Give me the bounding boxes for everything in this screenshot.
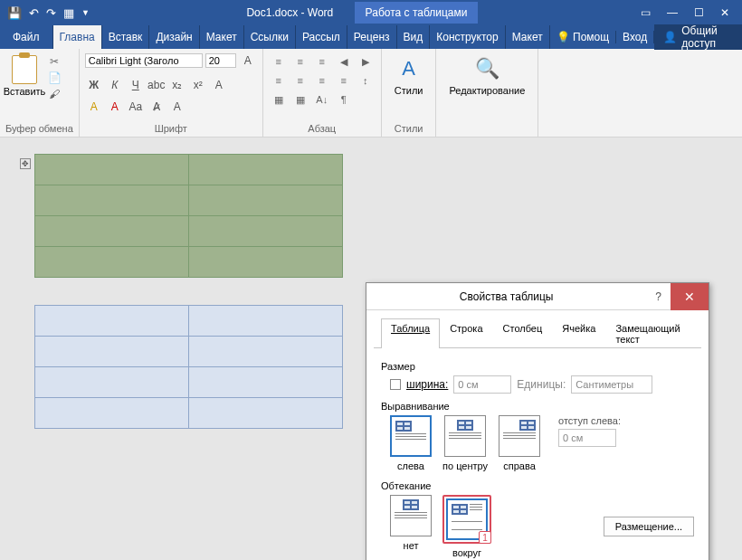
width-label: ширина: bbox=[406, 378, 448, 391]
group-clipboard: Вставить ✂ 📄 🖌 Буфер обмена bbox=[0, 49, 80, 137]
clear-format-icon[interactable]: A̷ bbox=[147, 98, 166, 116]
table-properties-dialog: Свойства таблицы ? ✕ Таблица Строка Стол… bbox=[366, 282, 709, 560]
share-button[interactable]: 👤Общий доступ bbox=[654, 24, 742, 50]
dlg-tab-row[interactable]: Строка bbox=[440, 318, 492, 348]
placement-button[interactable]: Размещение... bbox=[604, 517, 694, 536]
tab-insert[interactable]: Вставк bbox=[102, 25, 150, 49]
qat-icon[interactable]: ▦ bbox=[63, 6, 74, 20]
dlg-tab-alttext[interactable]: Замещающий текст bbox=[605, 318, 694, 348]
dlg-tab-column[interactable]: Столбец bbox=[493, 318, 553, 348]
dialog-title: Свойства таблицы bbox=[366, 290, 646, 303]
save-icon[interactable]: 💾 bbox=[7, 6, 22, 20]
line-spacing-icon[interactable]: ↕ bbox=[356, 72, 376, 89]
units-select[interactable]: Сантиметры bbox=[571, 375, 652, 394]
qat-dropdown-icon[interactable]: ▼ bbox=[81, 8, 90, 17]
dialog-help-icon[interactable]: ? bbox=[646, 290, 671, 303]
undo-icon[interactable]: ↶ bbox=[29, 6, 39, 20]
group-paragraph: ≡ ≡ ≡ ◀ ▶ ≡ ≡ ≡ ≡ ↕ ▦ ▦ A↓ ¶ bbox=[263, 49, 382, 137]
bulb-icon: 💡 bbox=[556, 31, 570, 43]
ribbon: Вставить ✂ 📄 🖌 Буфер обмена A Ж К Ч abc … bbox=[0, 49, 742, 138]
change-case-icon[interactable]: Aa bbox=[127, 98, 145, 116]
superscript-button[interactable]: x² bbox=[189, 76, 207, 94]
align-right-icon[interactable]: ≡ bbox=[312, 72, 332, 89]
highlight-marker-1: 1 bbox=[442, 495, 491, 544]
document-area: ✥ Свойства таблицы ? ✕ Таблица Строка Ст… bbox=[0, 138, 742, 560]
shrink-font-icon[interactable]: A bbox=[168, 98, 186, 116]
dlg-tab-cell[interactable]: Ячейка bbox=[552, 318, 605, 348]
copy-icon[interactable]: 📄 bbox=[47, 71, 62, 84]
increase-indent-icon[interactable]: ▶ bbox=[356, 53, 376, 70]
wrap-none-option[interactable] bbox=[390, 495, 432, 536]
tab-layout[interactable]: Макет bbox=[200, 25, 244, 49]
grow-font-icon[interactable]: A bbox=[239, 52, 257, 70]
align-center-icon[interactable]: ≡ bbox=[290, 72, 310, 89]
close-icon[interactable]: ✕ bbox=[720, 6, 729, 19]
align-center-option[interactable] bbox=[444, 415, 486, 457]
sort-icon[interactable]: A↓ bbox=[312, 91, 332, 108]
text-effects-icon[interactable]: A bbox=[210, 76, 228, 94]
tab-references[interactable]: Ссылки bbox=[244, 25, 296, 49]
table-move-handle[interactable]: ✥ bbox=[20, 158, 31, 169]
width-checkbox[interactable] bbox=[390, 379, 401, 390]
redo-icon[interactable]: ↷ bbox=[46, 6, 56, 20]
tab-file[interactable]: Файл bbox=[0, 25, 53, 49]
bullets-icon[interactable]: ≡ bbox=[269, 53, 289, 70]
width-spinner[interactable]: 0 см bbox=[453, 375, 511, 394]
dlg-tab-table[interactable]: Таблица bbox=[381, 318, 440, 348]
bold-button[interactable]: Ж bbox=[85, 76, 103, 94]
minimize-icon[interactable]: — bbox=[667, 6, 678, 19]
badge-1: 1 bbox=[479, 531, 491, 544]
tab-design[interactable]: Дизайн bbox=[149, 25, 199, 49]
window-controls: ▭ — ☐ ✕ bbox=[628, 6, 742, 19]
table-green[interactable] bbox=[34, 154, 343, 278]
context-tab-header: Работа с таблицами bbox=[355, 2, 479, 24]
format-painter-icon[interactable]: 🖌 bbox=[47, 88, 62, 100]
align-left-icon[interactable]: ≡ bbox=[269, 72, 289, 89]
font-name-select[interactable] bbox=[85, 53, 203, 68]
align-right-option[interactable] bbox=[499, 415, 540, 457]
dialog-close-button[interactable]: ✕ bbox=[671, 283, 709, 310]
borders-icon[interactable]: ▦ bbox=[290, 91, 310, 108]
justify-icon[interactable]: ≡ bbox=[334, 72, 354, 89]
tab-layout2[interactable]: Макет bbox=[506, 25, 550, 49]
group-styles: A Стили Стили bbox=[382, 49, 437, 137]
wrap-section-label: Обтекание bbox=[381, 480, 694, 491]
shading-icon[interactable]: ▦ bbox=[269, 91, 289, 108]
dialog-tabs: Таблица Строка Столбец Ячейка Замещающий… bbox=[374, 310, 701, 348]
font-size-select[interactable] bbox=[205, 53, 236, 68]
show-marks-icon[interactable]: ¶ bbox=[334, 91, 354, 108]
multilevel-icon[interactable]: ≡ bbox=[312, 53, 332, 70]
highlight-icon[interactable]: A bbox=[85, 98, 103, 116]
titlebar: 💾 ↶ ↷ ▦ ▼ Doc1.docx - Word Работа с табл… bbox=[0, 0, 742, 25]
subscript-button[interactable]: x₂ bbox=[168, 76, 186, 94]
alignment-section-label: Выравнивание bbox=[381, 401, 694, 412]
search-icon: 🔍 bbox=[473, 55, 500, 82]
tab-view[interactable]: Вид bbox=[397, 25, 431, 49]
decrease-indent-icon[interactable]: ◀ bbox=[334, 53, 354, 70]
table-blue[interactable] bbox=[34, 305, 343, 429]
help-button[interactable]: 💡 Помощ bbox=[550, 31, 616, 43]
ribbon-options-icon[interactable]: ▭ bbox=[641, 6, 651, 19]
align-left-option[interactable] bbox=[390, 415, 432, 457]
maximize-icon[interactable]: ☐ bbox=[694, 6, 704, 19]
cut-icon[interactable]: ✂ bbox=[47, 55, 62, 68]
strike-button[interactable]: abc bbox=[147, 76, 166, 94]
tab-mailings[interactable]: Рассыл bbox=[296, 25, 347, 49]
indent-spinner[interactable]: 0 см bbox=[558, 429, 616, 447]
tab-home[interactable]: Главна bbox=[53, 25, 102, 49]
underline-button[interactable]: Ч bbox=[127, 76, 145, 94]
font-color-icon[interactable]: A bbox=[106, 98, 124, 116]
signin-button[interactable]: Вход bbox=[616, 31, 654, 43]
tab-review[interactable]: Реценз bbox=[347, 25, 397, 49]
tab-constructor[interactable]: Конструктор bbox=[430, 25, 505, 49]
numbering-icon[interactable]: ≡ bbox=[290, 53, 310, 70]
editing-button[interactable]: 🔍 Редактирование bbox=[442, 52, 532, 132]
window-title: Doc1.docx - Word Работа с таблицами bbox=[97, 6, 628, 19]
paste-button[interactable]: Вставить bbox=[5, 52, 43, 121]
quick-access-toolbar: 💾 ↶ ↷ ▦ ▼ bbox=[0, 6, 97, 20]
ribbon-tabs: Файл Главна Вставк Дизайн Макет Ссылки Р… bbox=[0, 25, 742, 49]
italic-button[interactable]: К bbox=[106, 76, 124, 94]
person-icon: 👤 bbox=[663, 31, 677, 43]
group-editing: 🔍 Редактирование bbox=[436, 49, 538, 137]
styles-button[interactable]: A Стили bbox=[387, 52, 431, 121]
